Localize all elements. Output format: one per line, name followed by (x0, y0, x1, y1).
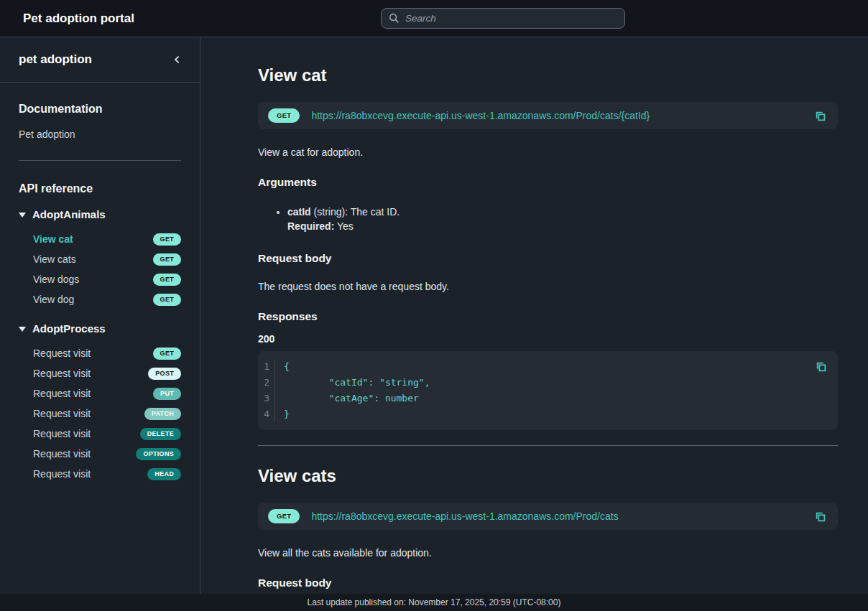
method-badge-post: POST (148, 368, 181, 380)
copy-icon (814, 510, 826, 523)
request-body-heading: Request body (258, 577, 838, 589)
sidebar-item-request-visit-head[interactable]: Request visit HEAD (19, 464, 181, 484)
endpoint-bar-view-cats: GET https://ra8obxcevg.execute-api.us-we… (258, 503, 838, 530)
search-input[interactable] (405, 13, 617, 24)
required-value: Yes (334, 220, 353, 232)
argument-item: catId (string): The cat ID. Required: Ye… (287, 205, 838, 233)
responses-heading: Responses (258, 310, 838, 323)
sidebar-header: pet adoption (0, 37, 200, 83)
sidebar-item-request-visit-post[interactable]: Request visit POST (19, 363, 181, 383)
sidebar-title: pet adoption (19, 52, 92, 67)
footer-bar: Last update published on: November 17, 2… (0, 594, 868, 611)
documentation-heading: Documentation (19, 103, 181, 116)
endpoint-url-view-cats[interactable]: https://ra8obxcevg.execute-api.us-west-1… (311, 510, 618, 522)
caret-down-icon (19, 327, 26, 332)
operation-description: View all the cats available for adoption… (258, 547, 838, 559)
code-line: 4 } (258, 406, 838, 422)
endpoint-url-view-cat[interactable]: https://ra8obxcevg.execute-api.us-west-1… (311, 110, 650, 121)
sidebar-item-view-cat[interactable]: View cat GET (19, 229, 181, 249)
required-label: Required: (287, 220, 334, 232)
api-group-adoptprocess: AdoptProcess Request visit GET Request v… (19, 322, 181, 484)
method-badge-delete: DELETE (140, 428, 181, 440)
method-badge-head: HEAD (147, 468, 181, 480)
group-header-adoptanimals[interactable]: AdoptAnimals (19, 208, 181, 220)
sidebar-divider (19, 160, 181, 161)
sidebar-item-view-dogs[interactable]: View dogs GET (19, 269, 181, 289)
sidebar-item-pet-adoption[interactable]: Pet adoption (19, 129, 181, 140)
chevron-left-icon (172, 55, 183, 65)
collapse-sidebar-button[interactable] (170, 52, 185, 67)
search-icon (389, 13, 400, 24)
arguments-list: catId (string): The cat ID. Required: Ye… (258, 205, 838, 233)
sidebar-item-view-cats[interactable]: View cats GET (19, 249, 181, 269)
operation-title-view-cat: View cat (258, 65, 838, 85)
group-header-adoptprocess[interactable]: AdoptProcess (19, 322, 181, 335)
sidebar-item-request-visit-put[interactable]: Request visit PUT (19, 383, 181, 404)
search-box[interactable] (381, 8, 625, 29)
method-badge-get: GET (153, 274, 181, 286)
sidebar-item-request-visit-options[interactable]: Request visit OPTIONS (19, 444, 181, 464)
sidebar-item-request-visit-get[interactable]: Request visit GET (19, 343, 181, 363)
copy-url-button[interactable] (813, 108, 828, 123)
copy-url-button[interactable] (813, 509, 828, 524)
code-line: 3 "catAge": number (258, 391, 838, 406)
operation-title-view-cats: View cats (258, 466, 838, 486)
response-code-block: 1 { 2 "catId": "string", 3 "catAge": num… (258, 351, 838, 430)
sidebar: pet adoption Documentation Pet adoption … (0, 37, 200, 594)
method-badge-get: GET (268, 509, 300, 523)
copy-icon (815, 360, 827, 373)
request-body-heading: Request body (258, 252, 838, 265)
operation-description: View a cat for adoption. (258, 146, 838, 158)
main-content: View cat GET https://ra8obxcevg.execute-… (201, 37, 868, 611)
request-body-text: The request does not have a request body… (258, 281, 838, 292)
status-code: 200 (258, 333, 838, 345)
method-badge-get: GET (153, 348, 181, 360)
argument-name: catId (287, 206, 311, 218)
sidebar-item-request-visit-delete[interactable]: Request visit DELETE (19, 424, 181, 444)
api-group-adoptanimals: AdoptAnimals View cat GET View cats GET … (19, 208, 181, 309)
argument-desc: (string): The cat ID. (311, 206, 400, 218)
copy-code-button[interactable] (813, 359, 828, 374)
copy-icon (814, 110, 826, 122)
method-badge-get: GET (153, 253, 181, 266)
method-badge-get: GET (268, 108, 300, 123)
method-badge-get: GET (153, 233, 181, 246)
app-title: Pet adoption portal (23, 11, 134, 26)
last-update-text: Last update published on: November 17, 2… (308, 597, 561, 607)
section-divider (258, 445, 838, 446)
caret-down-icon (19, 213, 26, 218)
code-line: 2 "catId": "string", (258, 375, 838, 391)
method-badge-patch: PATCH (144, 408, 181, 420)
arguments-heading: Arguments (258, 176, 838, 189)
app-header: Pet adoption portal (0, 0, 868, 37)
sidebar-item-view-dog[interactable]: View dog GET (19, 289, 181, 309)
endpoint-bar-view-cat: GET https://ra8obxcevg.execute-api.us-we… (258, 102, 838, 129)
api-reference-heading: API reference (19, 182, 181, 195)
method-badge-get: GET (153, 294, 181, 306)
method-badge-options: OPTIONS (136, 448, 181, 460)
method-badge-put: PUT (153, 388, 181, 400)
code-line: 1 { (258, 359, 838, 375)
sidebar-item-request-visit-patch[interactable]: Request visit PATCH (19, 404, 181, 424)
